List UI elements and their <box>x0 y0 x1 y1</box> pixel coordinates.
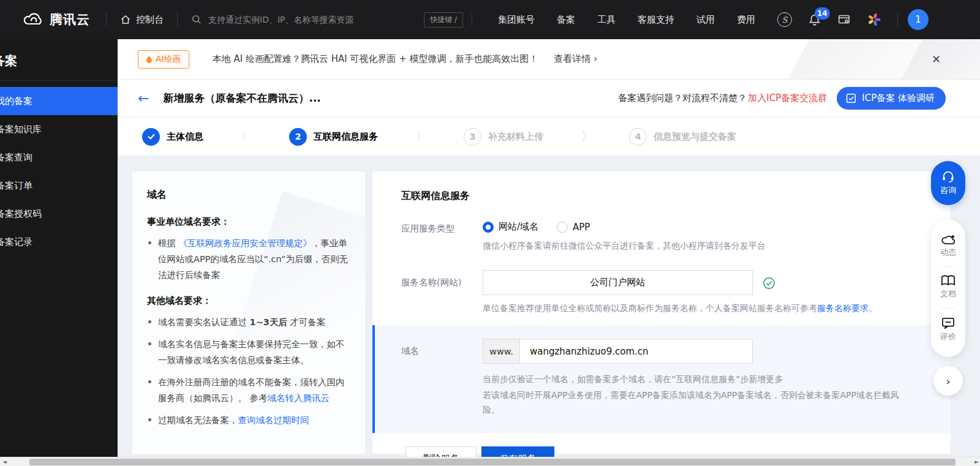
menu-billing[interactable]: 费用 <box>737 14 755 26</box>
tip-item: 在海外注册商注册的域名不能备案，须转入国内服务商（如腾讯云）。 参考域名转入腾讯… <box>147 374 350 406</box>
domain-expiry-query-link[interactable]: 查询域名过期时间 <box>238 415 309 425</box>
logo-text: 腾讯云 <box>50 11 90 28</box>
radio-selected-icon <box>483 222 494 233</box>
chevron-right-icon: 〉 <box>241 127 251 145</box>
workspace-settings-icon[interactable] <box>837 13 851 26</box>
valid-check-icon <box>763 277 775 290</box>
service-type-label: 应用服务类型 <box>401 221 483 253</box>
domain-transfer-link[interactable]: 域名转入腾讯云 <box>268 393 330 403</box>
main-area: AI绘画 本地 AI 绘画配置难？腾讯云 HAI 可视化界面 + 模型微调，新手… <box>118 39 980 457</box>
home-icon <box>120 14 131 25</box>
menu-support[interactable]: 客服支持 <box>638 14 674 26</box>
tip-item: 根据 《互联网政务应用安全管理规定》，事业单位网站或APP的域名应当以“.cn”… <box>147 235 350 283</box>
feedback-button[interactable]: 评价 <box>940 317 956 342</box>
divider <box>941 266 955 267</box>
consult-button[interactable]: 咨询 <box>931 161 965 205</box>
domain-prefix-box: www. <box>483 339 519 364</box>
flame-icon <box>146 55 153 64</box>
icp-survey-button[interactable]: ICP备案 体验调研 <box>837 87 946 110</box>
survey-checkbox-icon <box>846 93 856 103</box>
step-1-subject-info: 主体信息 <box>142 128 203 146</box>
search-icon <box>191 14 202 25</box>
tip-item: 域名需要实名认证通过 1~3天后 才可备案 <box>147 314 350 330</box>
book-icon <box>941 275 956 287</box>
sidebar: 备案 我的备案 备案知识库 备案查询 备案订单 备案授权码 备案记录 <box>0 39 118 457</box>
feedback-bubble-icon <box>941 317 955 329</box>
promo-banner: AI绘画 本地 AI 绘画配置难？腾讯云 HAI 可视化界面 + 模型微调，新手… <box>118 39 980 80</box>
tips-section1-title: 事业单位域名要求： <box>147 216 350 228</box>
radio-app[interactable]: APP <box>557 222 590 233</box>
domain-input[interactable] <box>519 339 753 364</box>
menu-group-account[interactable]: 集团账号 <box>498 14 535 26</box>
content-area: 域名 事业单位域名要求： 根据 《互联网政务应用安全管理规定》，事业单位网站或A… <box>118 156 980 466</box>
tip-item: 过期域名无法备案，查询域名过期时间 <box>147 412 350 428</box>
banner-detail-link[interactable]: 查看详情 › <box>554 53 598 65</box>
sidebar-item-beian-orders[interactable]: 备案订单 <box>0 171 118 200</box>
search-input[interactable] <box>208 15 418 24</box>
sidebar-item-beian-records[interactable]: 备案记录 <box>0 228 118 256</box>
close-icon[interactable]: ✕ <box>932 53 941 66</box>
floating-toolbar: 动态 文档 评价 <box>931 219 965 357</box>
topbar-divider <box>897 13 898 26</box>
menu-beian[interactable]: 备案 <box>557 14 575 26</box>
scrollbar-thumb[interactable] <box>29 459 956 465</box>
service-name-requirements-link[interactable]: 服务名称要求 <box>817 303 869 313</box>
step-3-upload-materials: 3 补充材料上传 <box>464 128 543 146</box>
scroll-left-arrow[interactable]: ◄ <box>2 459 7 465</box>
pinwheel-icon[interactable] <box>867 12 881 27</box>
radio-website-domain[interactable]: 网站/域名 <box>483 221 538 233</box>
regulation-link[interactable]: 《互联网政务应用安全管理规定》 <box>179 238 312 248</box>
radio-unselected-icon <box>557 222 568 233</box>
service-name-hint: 单位备案推荐使用单位全称或简称以及商标作为服务名称，个人备案网站服务名称可参考服… <box>483 301 951 315</box>
tips-title: 域名 <box>147 189 350 201</box>
banner-text: 本地 AI 绘画配置难？腾讯云 HAI 可视化界面 + 模型微调，新手也能高效出… <box>213 53 538 65</box>
console-label: 控制台 <box>136 14 164 26</box>
domain-row: 域名 www. 当前步仅验证一个域名，如需备案多个域名，请在“互联网信息服务”步… <box>372 325 951 433</box>
domain-tips-panel: 域名 事业单位域名要求： 根据 《互联网政务应用安全管理规定》，事业单位网站或A… <box>132 171 365 454</box>
menu-tools[interactable]: 工具 <box>597 14 616 26</box>
global-search[interactable]: 快捷键 / <box>178 12 472 28</box>
join-icp-group-link[interactable]: 加入ICP备案交流群 <box>748 92 827 104</box>
help-question-text: 备案遇到问题？对流程不清楚？ <box>618 92 747 104</box>
console-link[interactable]: 控制台 <box>107 14 177 26</box>
tencent-cloud-logo[interactable]: 腾讯云 <box>0 11 106 28</box>
service-name-label: 服务名称(网站) <box>401 270 483 288</box>
scroll-right-arrow[interactable]: ► <box>974 459 979 465</box>
service-type-row: 应用服务类型 网站/域名 APP 微信小程序备案请 <box>401 221 951 253</box>
currency-icon[interactable]: S <box>777 12 792 27</box>
divider <box>941 308 955 309</box>
chevron-right-icon: 〉 <box>416 127 426 145</box>
sidebar-item-auth-code[interactable]: 备案授权码 <box>0 200 118 228</box>
expand-panel-button[interactable]: › <box>933 366 963 396</box>
horizontal-scrollbar[interactable]: ◄ ► <box>0 457 980 466</box>
docs-button[interactable]: 文档 <box>940 275 956 299</box>
domain-hint-1: 当前步仅验证一个域名，如需备案多个域名，请在“互联网信息服务”步新增更多 <box>483 372 951 386</box>
ai-paint-badge: AI绘画 <box>138 50 189 69</box>
form-title: 互联网信息服务 <box>401 190 951 203</box>
domain-label: 域名 <box>401 339 483 417</box>
service-name-input[interactable] <box>483 270 753 295</box>
back-arrow-icon[interactable]: ← <box>138 92 149 105</box>
tips-list-2: 域名需要实名认证通过 1~3天后 才可备案 域名实名信息与备案主体要保持完全一致… <box>147 314 350 428</box>
topbar: 腾讯云 控制台 快捷键 / 集团账号 备案 工具 客 <box>0 0 980 39</box>
tip-item: 域名实名信息与备案主体要保持完全一致，如不一致请修改域名实名信息或备案主体。 <box>147 336 350 368</box>
tips-section2-title: 其他域名要求： <box>147 295 350 307</box>
step-2-internet-info-service: 2 互联网信息服务 <box>289 128 378 146</box>
sidebar-item-my-beian[interactable]: 我的备案 <box>0 87 118 115</box>
sidebar-item-beian-query[interactable]: 备案查询 <box>0 143 118 171</box>
cloud-news-icon <box>941 234 956 245</box>
internet-service-form: 互联网信息服务 应用服务类型 网站/域名 APP <box>372 171 951 454</box>
sidebar-item-knowledge-base[interactable]: 备案知识库 <box>0 115 118 143</box>
sidebar-title: 备案 <box>0 39 118 81</box>
sidebar-items: 我的备案 备案知识库 备案查询 备案订单 备案授权码 备案记录 <box>0 87 118 256</box>
page-title: 新增服务（原备案不在腾讯云）... <box>163 91 320 105</box>
cloud-logo-icon <box>23 12 44 27</box>
notification-badge: 14 <box>815 7 830 20</box>
step-indicator: 主体信息 〉 2 互联网信息服务 〉 3 补充材料上传 〉 4 信息预览与提交备… <box>118 117 980 156</box>
user-avatar[interactable]: 1 <box>908 9 929 30</box>
menu-trial[interactable]: 试用 <box>696 14 715 26</box>
service-name-row: 服务名称(网站) 单位备案推荐使用单位全称或简称以及商标作为服务名称，个人备案网… <box>401 270 951 315</box>
news-button[interactable]: 动态 <box>940 234 956 258</box>
page: 腾讯云 控制台 快捷键 / 集团账号 备案 工具 客 <box>0 0 980 466</box>
notifications-button[interactable]: 14 <box>808 13 821 26</box>
